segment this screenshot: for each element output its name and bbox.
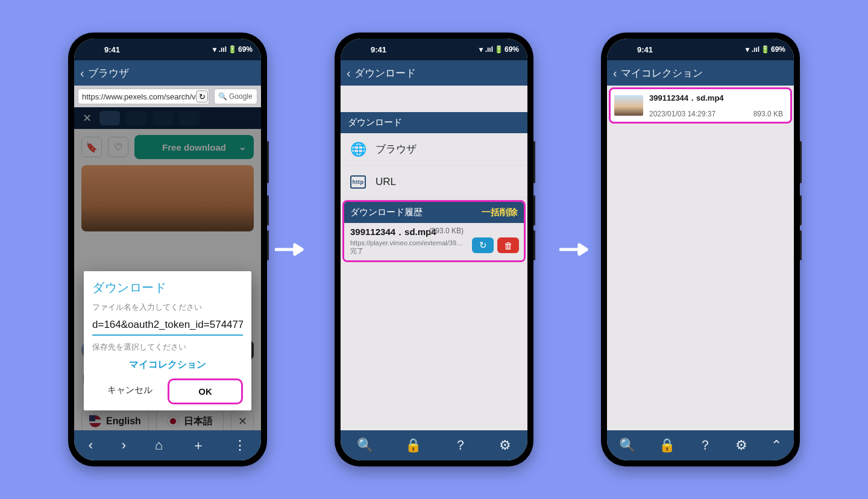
- nav-lock-icon[interactable]: 🔒: [659, 438, 675, 453]
- battery-percent: 69%: [238, 45, 253, 54]
- history-url: https://player.vimeo.com/external/399112…: [350, 239, 465, 246]
- status-right: ▾ .ııl 🔋 69%: [479, 45, 519, 54]
- row-browser[interactable]: 🌐 ブラウザ: [341, 133, 527, 166]
- nav-help-icon[interactable]: ？: [454, 436, 467, 454]
- battery-icon: 🔋: [228, 45, 237, 54]
- phone-2: 9:41 ▾ .ııl 🔋 69% ‹ ダウンロード ダウンロード 🌐 ブラ: [335, 33, 533, 466]
- trash-icon[interactable]: 🗑: [497, 237, 519, 253]
- nav-settings-icon[interactable]: ⚙: [735, 438, 747, 453]
- section-history: ダウンロード履歴 一括削除: [344, 202, 524, 223]
- bulk-delete-button[interactable]: 一括削除: [482, 207, 518, 218]
- download-page: ダウンロード 🌐 ブラウザ http URL ダウンロード履歴 一括削除: [341, 86, 527, 430]
- battery-icon: 🔋: [761, 45, 770, 54]
- volume-down-button[interactable]: [800, 230, 802, 260]
- power-button[interactable]: [800, 141, 802, 183]
- title-bar: ‹ ダウンロード: [341, 60, 527, 86]
- bottom-nav: ‹ › ⌂ ＋ ⋮: [74, 430, 261, 460]
- status-right: ▾ .ııl 🔋 69%: [213, 45, 253, 54]
- nav-up-icon[interactable]: ⌃: [771, 438, 782, 453]
- phone-3: 9:41 ▾ .ııl 🔋 69% ‹ マイコレクション 399112344．s…: [601, 33, 800, 466]
- clock: 9:41: [104, 45, 120, 54]
- web-page: ✕ 🔖 ♡ Free download ⌄: [74, 107, 261, 430]
- nav-home-icon[interactable]: ⌂: [155, 438, 163, 453]
- screen-title: マイコレクション: [621, 66, 703, 80]
- video-thumbnail: [614, 95, 643, 116]
- screen-title: ブラウザ: [88, 66, 129, 80]
- back-icon[interactable]: ‹: [80, 66, 84, 80]
- http-icon: http: [349, 173, 367, 191]
- section-download: ダウンロード: [341, 112, 527, 133]
- volume-down-button[interactable]: [267, 230, 269, 260]
- power-button[interactable]: [533, 141, 535, 183]
- address-bar: https://www.pexels.com/search/vi ↻ 🔍 Goo…: [74, 86, 261, 107]
- back-icon[interactable]: ‹: [613, 66, 617, 80]
- ok-button[interactable]: OK: [168, 378, 243, 404]
- filename-label: ファイル名を入力してください: [92, 302, 243, 313]
- nav-forward-icon[interactable]: ›: [122, 438, 126, 453]
- status-bar: 9:41 ▾ .ııl 🔋 69%: [607, 39, 794, 60]
- phone-1: 9:41 ▾ .ııl 🔋 69% ‹ ブラウザ https://www.pex…: [68, 33, 267, 466]
- collection-filename: 399112344．sd.mp4: [649, 93, 787, 104]
- clock: 9:41: [637, 45, 653, 54]
- signal-icon: ▾ .ııl: [213, 45, 227, 54]
- reload-icon[interactable]: ↻: [196, 90, 208, 102]
- row-url[interactable]: http URL: [341, 166, 527, 198]
- url-field[interactable]: https://www.pexels.com/search/vi: [78, 89, 209, 104]
- arrow-icon: [559, 241, 591, 258]
- collection-item[interactable]: 399112344．sd.mp4 2023/01/03 14:29:37 893…: [609, 87, 792, 124]
- history-item[interactable]: 399112344．sd.mp4 (893.0 KB) https://play…: [344, 223, 524, 260]
- arrow-icon: [275, 241, 306, 258]
- title-bar: ‹ マイコレクション: [607, 60, 794, 86]
- back-icon[interactable]: ‹: [347, 66, 351, 80]
- screen-title: ダウンロード: [354, 66, 416, 80]
- nav-add-icon[interactable]: ＋: [192, 436, 205, 454]
- bottom-nav: 🔍 🔒 ？ ⚙ ⌃: [607, 430, 794, 460]
- history-size: (893.0 KB): [429, 227, 464, 235]
- nav-lock-icon[interactable]: 🔒: [405, 438, 421, 453]
- volume-up-button[interactable]: [800, 195, 802, 225]
- nav-menu-icon[interactable]: ⋮: [233, 438, 247, 453]
- nav-search-icon[interactable]: 🔍: [357, 438, 373, 453]
- battery-icon: 🔋: [494, 45, 503, 54]
- nav-search-icon[interactable]: 🔍: [619, 438, 635, 453]
- nav-back-icon[interactable]: ‹: [89, 438, 93, 453]
- globe-icon: 🌐: [349, 140, 367, 158]
- dialog-title: ダウンロード: [92, 280, 243, 296]
- destination-mycollection[interactable]: マイコレクション: [92, 353, 243, 375]
- download-dialog: ダウンロード ファイル名を入力してください 保存先を選択してください マイコレク…: [84, 271, 251, 410]
- refresh-icon[interactable]: ↻: [472, 237, 494, 253]
- title-bar: ‹ ブラウザ: [74, 60, 261, 86]
- collection-size: 893.0 KB: [753, 110, 783, 118]
- status-bar: 9:41 ▾ .ııl 🔋 69%: [341, 39, 527, 60]
- nav-help-icon[interactable]: ？: [699, 436, 712, 454]
- google-search-box[interactable]: 🔍 Google: [214, 89, 257, 104]
- search-icon: 🔍: [218, 92, 227, 101]
- signal-icon: ▾ .ııl: [479, 45, 493, 54]
- nav-settings-icon[interactable]: ⚙: [499, 438, 511, 453]
- status-right: ▾ .ııl 🔋 69%: [746, 45, 785, 54]
- cancel-button[interactable]: キャンセル: [92, 378, 168, 404]
- volume-up-button[interactable]: [267, 195, 269, 225]
- status-bar: 9:41 ▾ .ııl 🔋 69%: [74, 39, 261, 60]
- clock: 9:41: [371, 45, 386, 54]
- destination-label: 保存先を選択してください: [92, 342, 243, 353]
- battery-percent: 69%: [505, 45, 519, 54]
- battery-percent: 69%: [771, 45, 785, 54]
- history-box: ダウンロード履歴 一括削除 399112344．sd.mp4 (893.0 KB…: [342, 200, 526, 262]
- filename-input[interactable]: [92, 315, 243, 336]
- signal-icon: ▾ .ııl: [746, 45, 760, 54]
- phones-row: 9:41 ▾ .ııl 🔋 69% ‹ ブラウザ https://www.pex…: [0, 0, 868, 499]
- power-button[interactable]: [267, 141, 269, 183]
- volume-up-button[interactable]: [533, 195, 535, 225]
- volume-down-button[interactable]: [533, 230, 535, 260]
- bottom-nav: 🔍 🔒 ？ ⚙: [341, 430, 527, 460]
- collection-page: 399112344．sd.mp4 2023/01/03 14:29:37 893…: [607, 86, 794, 430]
